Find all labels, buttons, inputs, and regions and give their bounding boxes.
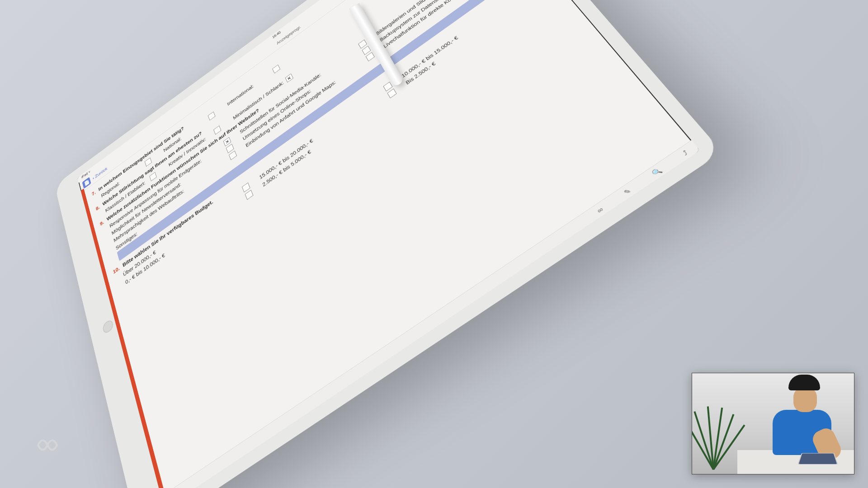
checkbox[interactable] [272, 65, 280, 74]
toolbar-item-infinity-icon[interactable]: ∞ [595, 205, 604, 214]
checkbox[interactable] [145, 158, 152, 167]
toolbar-item-edit-icon[interactable]: ✎ [622, 187, 632, 197]
plant [694, 406, 735, 469]
checkbox[interactable] [226, 144, 234, 153]
checkbox[interactable] [229, 150, 237, 160]
checkbox[interactable] [285, 74, 293, 83]
watermark-logo [32, 429, 63, 461]
toolbar-item-share-icon[interactable]: ⤴ [681, 149, 689, 157]
qnum: 7. [91, 190, 96, 197]
home-button[interactable] [102, 319, 114, 335]
person [768, 375, 836, 456]
qnum: 9. [99, 220, 104, 227]
checkbox[interactable] [149, 172, 156, 181]
checkbox[interactable] [208, 112, 216, 121]
qnum: 8. [95, 204, 100, 211]
checkbox[interactable] [213, 126, 221, 135]
checkbox[interactable] [245, 190, 254, 200]
document-content: 7. In welchem Einzugsgebiet sind Sie tät… [81, 0, 561, 305]
checkbox[interactable] [366, 52, 375, 61]
qnum: 10. [113, 265, 120, 275]
webcam-overlay [692, 373, 854, 474]
pip-tablet [797, 453, 838, 465]
checkbox[interactable] [387, 89, 396, 99]
toolbar-item-search-icon[interactable]: 🔍 [651, 166, 663, 178]
